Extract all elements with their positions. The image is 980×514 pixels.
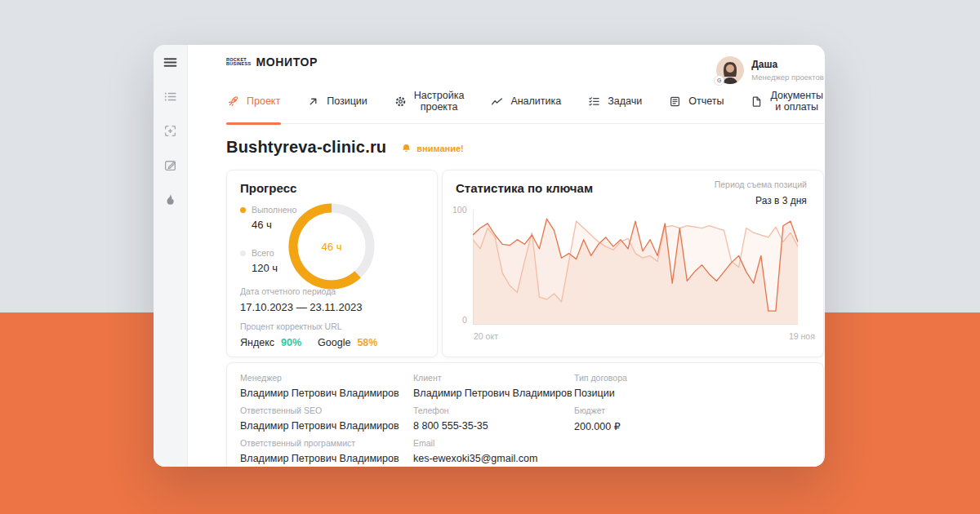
cards-row: Прогресс Выполнено 46 ч Всего 120 ч: [226, 170, 824, 357]
logo-mark: ROCKET BUSINESS: [226, 58, 252, 66]
header: ROCKET BUSINESS МОНИТОР G Даша Менеджер …: [226, 45, 824, 84]
alert-badge[interactable]: внимание!: [401, 144, 463, 154]
alert-text: внимание!: [416, 144, 463, 153]
keywords-stats-card: Статистика по ключам Период съема позици…: [442, 170, 824, 357]
field-manager: Менеджер Владимир Петрович Владимиров: [240, 373, 413, 399]
poll-period-value: Раз в 3 дня: [715, 195, 807, 206]
user-name: Даша: [751, 59, 824, 70]
yandex-stat: Яндекс 90%: [240, 337, 301, 348]
tab-project-settings[interactable]: Настройка проекта: [394, 90, 466, 123]
keywords-line-chart: [473, 210, 798, 325]
field-phone: Телефон 8 800 555-35-35: [413, 405, 574, 432]
google-label: Google: [318, 337, 350, 348]
total-value: 120 ч: [252, 262, 278, 274]
project-info-card: Менеджер Владимир Петрович Владимиров От…: [226, 362, 824, 467]
report-icon: [669, 95, 681, 108]
total-dot: [240, 250, 246, 256]
y-axis-min: 0: [462, 315, 467, 325]
app-window: ROCKET BUSINESS МОНИТОР G Даша Менеджер …: [154, 45, 825, 467]
correct-url-label: Процент корректных URL: [240, 321, 377, 331]
list-icon[interactable]: [163, 88, 179, 104]
poll-period: Период съема позиций Раз в 3 дня: [715, 179, 807, 206]
x-axis-start: 20 окт: [474, 331, 498, 341]
user-role: Менеджер проектов: [751, 73, 824, 82]
field-email: Email kes-ewexoki35@gmail.com: [413, 438, 574, 464]
tab-analytics[interactable]: Аналитика: [490, 90, 562, 123]
sidebar: [154, 45, 188, 467]
product-name: МОНИТОР: [256, 55, 318, 69]
chart-line-icon: [491, 95, 503, 108]
rocket-icon: [227, 95, 239, 108]
info-column-1: Менеджер Владимир Петрович Владимиров От…: [240, 373, 413, 463]
g-badge: G: [714, 75, 724, 86]
user-chip[interactable]: G Даша Менеджер проектов: [716, 56, 824, 84]
menu-icon[interactable]: [163, 54, 179, 70]
google-percent: 58%: [357, 337, 377, 348]
title-row: Bushtyreva-clinic.ru внимание!: [226, 138, 824, 157]
logo: ROCKET BUSINESS МОНИТОР: [226, 55, 318, 69]
checklist-icon: [588, 95, 600, 108]
tab-project[interactable]: Проект: [226, 90, 281, 123]
yandex-percent: 90%: [281, 337, 301, 348]
poll-period-label: Период съема позиций: [715, 179, 807, 189]
y-axis-max: 100: [452, 205, 467, 215]
nav-tabs: Проект Позиции Настройка проекта Аналити…: [226, 90, 824, 124]
donut-center-label: 46 ч: [287, 202, 376, 291]
focus-icon[interactable]: [163, 122, 179, 139]
total-label: Всего: [252, 248, 278, 258]
x-axis-end: 19 ноя: [789, 331, 815, 341]
tab-tasks[interactable]: Задачи: [587, 90, 643, 123]
info-column-3: Тип договора Позиции Бюджет 200.000 ₽: [574, 373, 810, 463]
field-responsible-seo: Ответственный SEO Владимир Петрович Влад…: [240, 405, 413, 432]
done-dot: [240, 207, 246, 213]
stats-title: Статистика по ключам: [456, 181, 593, 195]
page-title: Bushtyreva-clinic.ru: [226, 138, 386, 157]
report-period: Дата отчетного периода 17.10.2023 — 23.1…: [240, 286, 362, 313]
field-responsible-programmer: Ответственный программист Владимир Петро…: [240, 438, 413, 464]
report-period-label: Дата отчетного периода: [240, 286, 362, 296]
gear-icon: [394, 95, 407, 108]
google-stat: Google 58%: [318, 337, 377, 348]
logo-mark-line2: BUSINESS: [226, 62, 252, 66]
main-area: ROCKET BUSINESS МОНИТОР G Даша Менеджер …: [188, 45, 825, 467]
fire-icon[interactable]: [163, 191, 179, 207]
progress-donut: 46 ч: [287, 202, 376, 291]
tab-documents[interactable]: Документы и оплаты: [750, 90, 823, 123]
field-budget: Бюджет 200.000 ₽: [574, 405, 810, 432]
report-period-value: 17.10.2023 — 23.11.2023: [240, 301, 362, 313]
tab-positions[interactable]: Позиции: [306, 90, 368, 123]
info-column-2: Клиент Владимир Петрович Владимиров Теле…: [413, 373, 574, 463]
arrow-up-right-icon: [307, 95, 319, 108]
field-contract-type: Тип договора Позиции: [574, 373, 810, 399]
yandex-label: Яндекс: [240, 337, 274, 348]
field-client: Клиент Владимир Петрович Владимиров: [413, 373, 574, 399]
bell-icon: [401, 144, 412, 154]
progress-title: Прогресс: [240, 181, 296, 195]
document-icon: [751, 95, 763, 108]
tab-reports[interactable]: Отчеты: [668, 90, 724, 123]
progress-card: Прогресс Выполнено 46 ч Всего 120 ч: [226, 170, 438, 357]
correct-url-block: Процент корректных URL Яндекс 90% Google…: [240, 321, 377, 348]
edit-icon[interactable]: [163, 157, 179, 173]
